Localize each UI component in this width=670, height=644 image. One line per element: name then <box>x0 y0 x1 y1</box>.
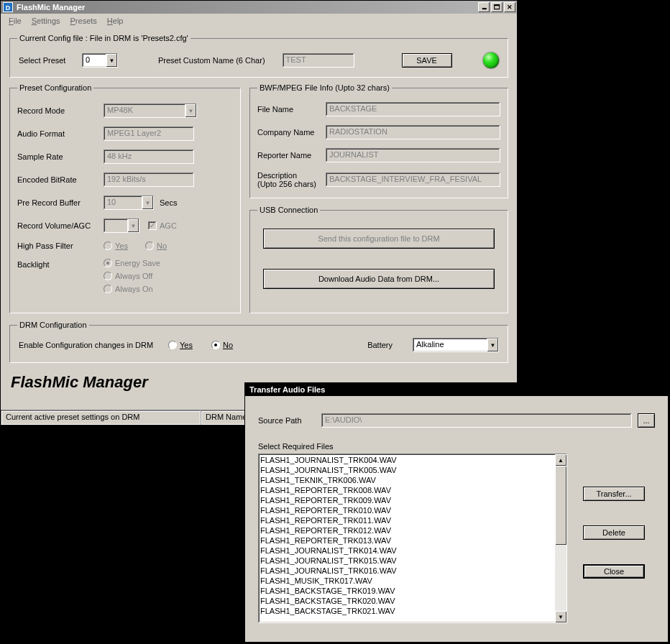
transfer-titlebar[interactable]: Transfer Audio Files <box>245 383 668 396</box>
vol-combo: ▼ <box>104 218 139 233</box>
drm-config-group: DRM Configuration Enable Configuration c… <box>9 321 508 363</box>
file-name-field: BACKSTAGE <box>326 102 500 116</box>
bl-off-radio: Always Off <box>104 272 233 280</box>
source-path-field: E:\AUDIO\ <box>321 413 632 428</box>
bwf-legend: BWF/MPEG File Info (Upto 32 chars) <box>257 83 392 92</box>
enable-no-radio[interactable]: No <box>211 341 233 349</box>
menubar: File Settings Presets Help <box>1 14 517 28</box>
delete-button[interactable]: Delete <box>583 525 645 540</box>
transfer-title: Transfer Audio Files <box>247 385 325 394</box>
enable-yes-radio[interactable]: Yes <box>168 341 193 349</box>
list-item[interactable]: FLASH1_REPORTER_TRK013.WAV <box>260 535 554 546</box>
menu-presets[interactable]: Presets <box>65 15 102 27</box>
scrollbar[interactable]: ▲ ▼ <box>555 454 566 622</box>
chevron-down-icon: ▼ <box>142 196 153 209</box>
hpf-no-radio: No <box>145 242 167 250</box>
hpf-label: High Pass Filter <box>17 242 104 250</box>
main-window: D FlashMic Manager 🗕 🗖 ✕ File Settings P… <box>0 0 518 426</box>
list-item[interactable]: FLASH1_REPORTER_TRK009.WAV <box>260 495 554 505</box>
list-item[interactable]: FLASH1_BACKSTAGE_TRK021.WAV <box>260 606 554 616</box>
file-listbox[interactable]: FLASH1_JOURNALIST_TRK004.WAVFLASH1_JOURN… <box>258 454 567 623</box>
custom-name-label: Preset Custom Name (6 Char) <box>158 56 265 65</box>
list-item[interactable]: FLASH1_MUSIK_TRK017.WAV <box>260 576 554 586</box>
select-files-label: Select Required Files <box>258 442 655 451</box>
scroll-thumb[interactable] <box>555 466 566 545</box>
chevron-down-icon[interactable]: ▼ <box>106 54 117 67</box>
status-led-icon <box>483 52 499 68</box>
list-item[interactable]: FLASH1_TEKNIK_TRK006.WAV <box>260 475 554 485</box>
list-item[interactable]: FLASH1_REPORTER_TRK012.WAV <box>260 525 554 535</box>
maximize-button[interactable]: 🗖 <box>491 2 502 12</box>
hpf-yes-radio: Yes <box>104 242 128 250</box>
list-item[interactable]: FLASH1_JOURNALIST_TRK015.WAV <box>260 556 554 566</box>
download-audio-button[interactable]: Download Audio Data from DRM... <box>263 269 495 289</box>
select-preset-label: Select Preset <box>19 56 76 65</box>
record-mode-label: Record Mode <box>17 106 104 115</box>
browse-button[interactable]: ... <box>638 413 655 428</box>
record-mode-combo: MP48K▼ <box>104 104 197 118</box>
backlight-label: Backlight <box>17 259 104 269</box>
source-path-label: Source Path <box>258 416 316 425</box>
svg-text:D: D <box>6 4 11 12</box>
list-item[interactable]: FLASH1_JOURNALIST_TRK014.WAV <box>260 546 554 556</box>
bitrate-label: Encoded BitRate <box>17 175 104 184</box>
preset-config-legend: Preset Configuration <box>17 83 93 92</box>
chevron-down-icon: ▼ <box>127 219 139 232</box>
bitrate-field: 192 kBits/s <box>104 172 194 187</box>
menu-help[interactable]: Help <box>102 15 129 27</box>
preset-config-group: Preset Configuration Record Mode MP48K▼ … <box>9 83 241 313</box>
chevron-down-icon[interactable]: ▼ <box>487 339 498 351</box>
list-item[interactable]: FLASH1_JOURNALIST_TRK004.WAV <box>260 455 554 465</box>
app-icon: D <box>2 1 14 13</box>
bwf-group: BWF/MPEG File Info (Upto 32 chars) File … <box>249 83 508 198</box>
list-item[interactable]: FLASH1_REPORTER_TRK011.WAV <box>260 515 554 525</box>
prerec-combo: 10▼ <box>104 196 154 210</box>
agc-checkbox: AGC <box>148 221 177 230</box>
list-item[interactable]: FLASH1_BACKSTAGE_TRK019.WAV <box>260 586 554 596</box>
config-file-legend: Current Config file : File in DRM is 'Pr… <box>17 34 191 42</box>
company-field: RADIOSTATION <box>326 125 500 139</box>
file-name-label: File Name <box>257 105 326 114</box>
enable-config-label: Enable Configuration changes in DRM <box>19 341 162 349</box>
send-config-button: Send this configuration file to DRM <box>263 229 495 249</box>
desc-label: Description(Upto 256 chars) <box>257 171 326 188</box>
menu-settings[interactable]: Settings <box>27 15 65 27</box>
sample-rate-label: Sample Rate <box>17 152 104 161</box>
reporter-field: JOURNALIST <box>326 148 500 162</box>
main-titlebar[interactable]: D FlashMic Manager 🗕 🗖 ✕ <box>1 1 517 14</box>
close-dialog-button[interactable]: Close <box>583 564 645 579</box>
status-cell-1: Current active preset settings on DRM <box>1 410 201 425</box>
list-item[interactable]: FLASH1_JOURNALIST_TRK016.WAV <box>260 566 554 576</box>
save-button[interactable]: SAVE <box>402 53 452 68</box>
close-button[interactable]: ✕ <box>504 2 515 12</box>
usb-legend: USB Connection <box>257 206 320 214</box>
minimize-button[interactable]: 🗕 <box>478 2 490 12</box>
menu-file[interactable]: File <box>4 15 27 27</box>
reporter-label: Reporter Name <box>257 151 326 160</box>
battery-combo[interactable]: Alkaline▼ <box>413 338 499 352</box>
bl-energy-radio: Energy Save <box>104 259 233 267</box>
audio-format-field: MPEG1 Layer2 <box>104 126 194 141</box>
audio-format-label: Audio Format <box>17 129 104 138</box>
bl-on-radio: Always On <box>104 285 233 293</box>
config-file-group: Current Config file : File in DRM is 'Pr… <box>9 34 508 78</box>
prerec-unit: Secs <box>160 198 177 207</box>
list-item[interactable]: FLASH1_REPORTER_TRK010.WAV <box>260 505 554 515</box>
desc-field: BACKSTAGE_INTERVIEW_FRA_FESIVAL <box>326 172 500 187</box>
usb-group: USB Connection Send this configuration f… <box>249 206 508 313</box>
main-title: FlashMic Manager <box>17 3 85 12</box>
list-item[interactable]: FLASH1_JOURNALIST_TRK005.WAV <box>260 465 554 475</box>
prerec-label: Pre Record Buffer <box>17 198 104 207</box>
scroll-up-icon[interactable]: ▲ <box>555 454 566 466</box>
transfer-button[interactable]: Transfer... <box>583 487 645 501</box>
select-preset-combo[interactable]: 0 ▼ <box>82 53 118 68</box>
chevron-down-icon: ▼ <box>185 104 196 117</box>
scroll-down-icon[interactable]: ▼ <box>555 611 566 622</box>
company-label: Company Name <box>257 128 326 137</box>
list-item[interactable]: FLASH1_REPORTER_TRK008.WAV <box>260 485 554 495</box>
list-item[interactable]: FLASH1_BACKSTAGE_TRK020.WAV <box>260 596 554 606</box>
vol-label: Record Volume/AGC <box>17 221 104 230</box>
sample-rate-field: 48 kHz <box>104 150 194 164</box>
battery-label: Battery <box>367 341 393 349</box>
transfer-window: Transfer Audio Files Source Path E:\AUDI… <box>244 382 669 643</box>
